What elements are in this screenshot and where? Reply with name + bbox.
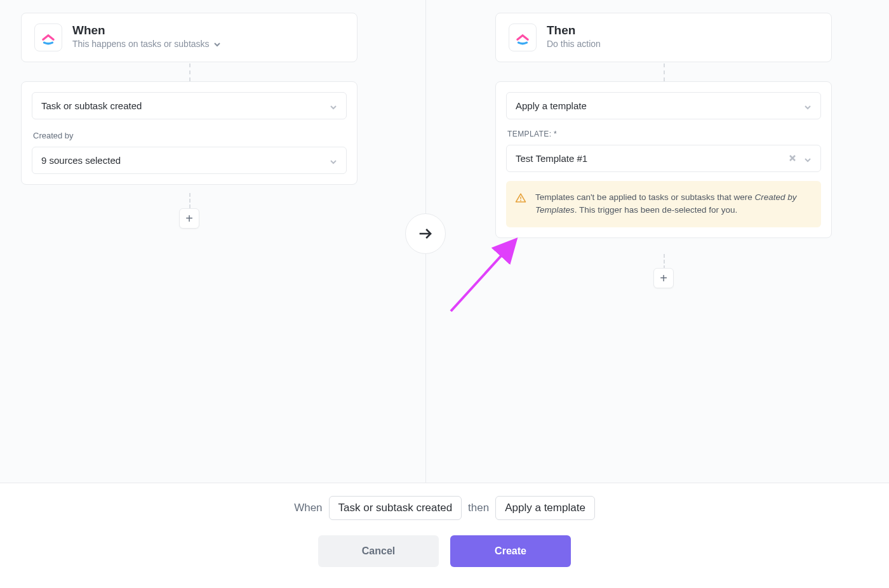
summary-then-pill[interactable]: Apply a template	[495, 496, 595, 520]
warning-message: Templates can't be applied to tasks or s…	[506, 181, 821, 227]
create-button[interactable]: Create	[450, 535, 571, 567]
chevron-down-icon	[804, 102, 812, 110]
clickup-logo-icon	[34, 23, 62, 51]
clickup-logo-icon	[509, 23, 537, 51]
when-header-card: When This happens on tasks or subtasks	[21, 13, 358, 62]
action-select[interactable]: Apply a template	[506, 92, 821, 119]
created-by-select[interactable]: 9 sources selected	[32, 147, 347, 174]
when-subtitle-dropdown[interactable]: This happens on tasks or subtasks	[72, 39, 344, 49]
template-field-label: TEMPLATE: *	[507, 130, 820, 138]
summary-when-pill[interactable]: Task or subtask created	[329, 496, 462, 520]
clear-icon[interactable]	[789, 153, 796, 164]
chevron-down-icon	[213, 40, 221, 48]
summary-line: When Task or subtask created then Apply …	[294, 496, 595, 520]
trigger-select-value: Task or subtask created	[41, 100, 142, 111]
when-subtitle-text: This happens on tasks or subtasks	[72, 39, 210, 49]
trigger-select[interactable]: Task or subtask created	[32, 92, 347, 119]
then-config-card: Apply a template TEMPLATE: * Test Templa…	[495, 81, 832, 238]
when-title: When	[72, 23, 344, 37]
summary-then-word: then	[468, 502, 489, 514]
chevron-down-icon	[804, 155, 812, 163]
then-subtitle: Do this action	[547, 39, 819, 49]
flow-arrow-icon	[405, 213, 446, 254]
chevron-down-icon	[330, 157, 337, 164]
template-select-value: Test Template #1	[516, 153, 587, 164]
created-by-label: Created by	[33, 131, 345, 140]
created-by-value: 9 sources selected	[41, 155, 121, 166]
connector-line	[189, 193, 190, 208]
connector-line	[664, 63, 665, 81]
then-header-card: Then Do this action	[495, 13, 832, 62]
add-trigger-button[interactable]: +	[179, 208, 199, 229]
summary-when-word: When	[294, 502, 322, 514]
connector-line	[189, 63, 190, 81]
connector-line	[664, 254, 665, 269]
then-title: Then	[547, 23, 819, 37]
cancel-button[interactable]: Cancel	[318, 535, 439, 567]
action-select-value: Apply a template	[516, 100, 587, 111]
add-action-button[interactable]: +	[653, 268, 674, 288]
when-config-card: Task or subtask created Created by 9 sou…	[21, 81, 358, 185]
svg-line-2	[451, 241, 514, 311]
chevron-down-icon	[330, 102, 337, 110]
template-select[interactable]: Test Template #1	[506, 145, 821, 172]
svg-point-1	[520, 200, 521, 201]
warning-text: Templates can't be applied to tasks or s…	[535, 191, 810, 217]
footer-bar: When Task or subtask created then Apply …	[0, 483, 889, 588]
warning-icon	[515, 192, 526, 204]
